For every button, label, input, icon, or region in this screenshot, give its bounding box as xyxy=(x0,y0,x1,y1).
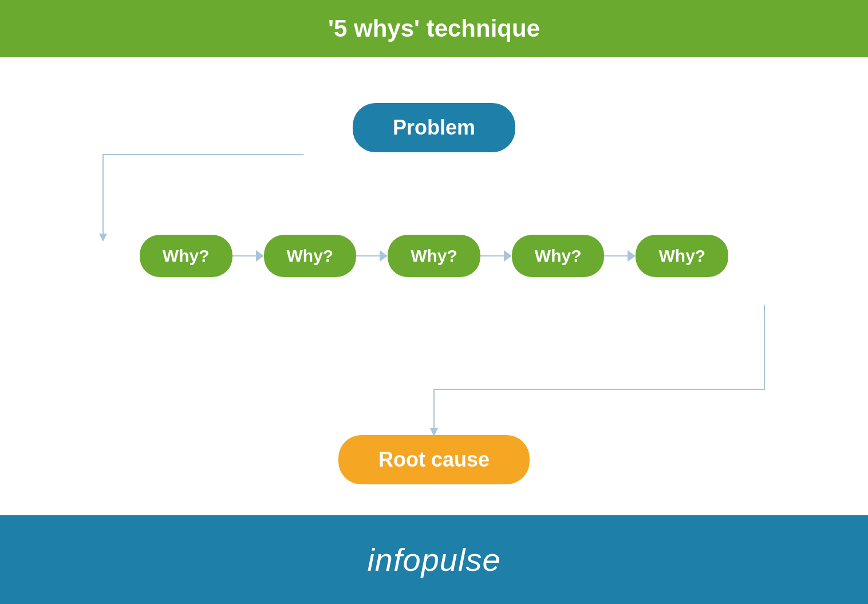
why-node-2: Why? xyxy=(264,235,357,277)
problem-label: Problem xyxy=(393,116,475,139)
root-cause-label: Root cause xyxy=(378,448,490,471)
why-label-5: Why? xyxy=(658,246,705,265)
arrow-3-4 xyxy=(480,249,512,263)
why-label-3: Why? xyxy=(411,246,457,265)
why-node-3: Why? xyxy=(388,235,480,277)
arrow-4-5 xyxy=(604,249,636,263)
header-bar: '5 whys' technique xyxy=(0,0,868,57)
arrow-2-3 xyxy=(356,249,388,263)
why-label-1: Why? xyxy=(163,246,210,265)
why-node-5: Why? xyxy=(636,235,728,277)
why-label-4: Why? xyxy=(535,246,582,265)
main-content: Problem Why? Why? Why? Why? xyxy=(0,57,868,515)
footer-bar: infopulse xyxy=(0,515,868,604)
why-node-4: Why? xyxy=(512,235,605,277)
footer-brand: infopulse xyxy=(367,541,500,578)
why-node-1: Why? xyxy=(140,235,232,277)
problem-node: Problem xyxy=(353,103,515,152)
header-title: '5 whys' technique xyxy=(328,15,540,42)
arrow-1-2 xyxy=(232,249,264,263)
why-label-2: Why? xyxy=(287,246,334,265)
why-row: Why? Why? Why? Why? Why? xyxy=(0,235,868,277)
root-cause-node: Root cause xyxy=(338,435,530,484)
